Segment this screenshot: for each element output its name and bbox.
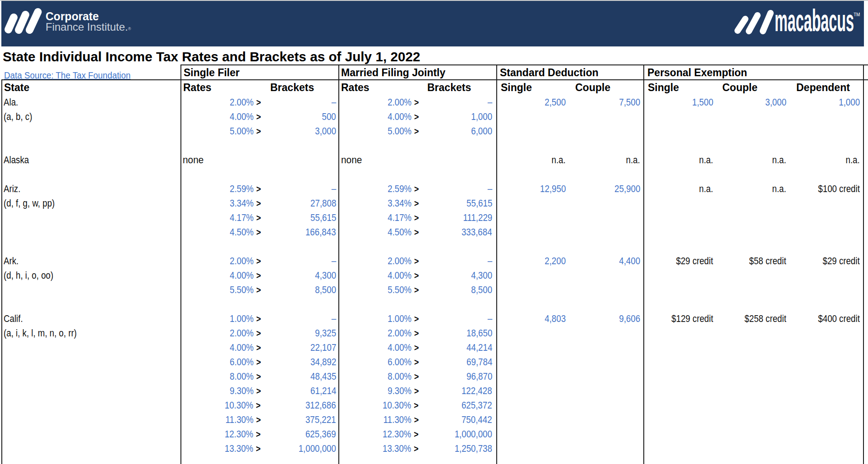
svg-text:macabacus: macabacus <box>775 5 854 37</box>
svg-text:TM: TM <box>854 12 860 17</box>
